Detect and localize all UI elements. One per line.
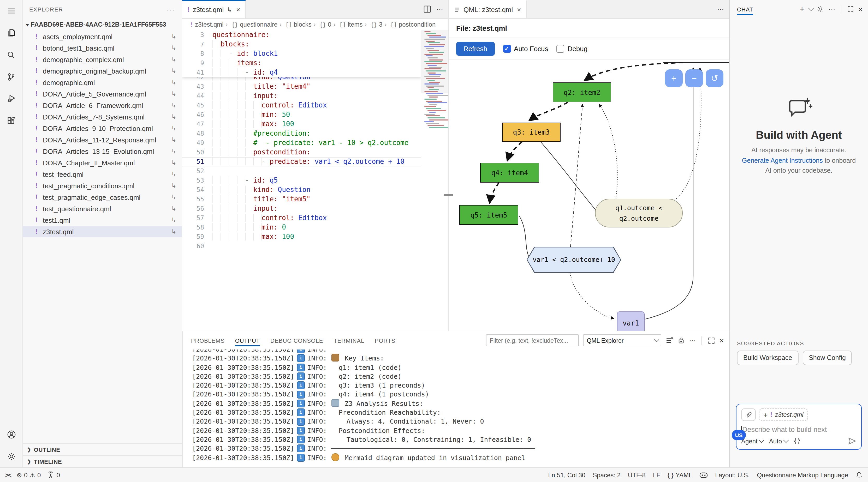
goto-arrow-icon[interactable]: ↳	[171, 170, 177, 178]
zoom-in-button[interactable]: +	[665, 69, 683, 87]
panel-tab-output[interactable]: OUTPUT	[235, 331, 260, 350]
code-line[interactable]: 53 - id: q5	[182, 176, 448, 185]
goto-arrow-icon[interactable]: ↳	[171, 44, 177, 52]
file-item[interactable]: !test_feed.qml↳	[23, 168, 182, 180]
chat-close-icon[interactable]: ×	[858, 5, 863, 13]
chat-input-box[interactable]: + ! z3test.qml Describe what to build ne…	[736, 404, 862, 450]
send-icon[interactable]	[848, 437, 857, 446]
file-item[interactable]: !test1.qml↳	[23, 215, 182, 226]
code-line[interactable]: 57 control: Editbox	[182, 213, 448, 223]
output-filter-input[interactable]	[486, 334, 579, 346]
tab-z3test[interactable]: ! z3test.qml ↳ ×	[182, 0, 246, 18]
goto-arrow-icon[interactable]: ↳	[171, 67, 177, 74]
close-panel-icon[interactable]: ×	[719, 336, 724, 345]
zoom-out-button[interactable]: −	[685, 69, 703, 87]
chat-more-icon[interactable]: ···	[828, 5, 835, 13]
diagram-node-cond1[interactable]: q1.outcome <q2.outcome	[595, 199, 683, 227]
panel-tab-ports[interactable]: PORTS	[375, 331, 395, 350]
panel-tab-debug-console[interactable]: DEBUG CONSOLE	[270, 331, 323, 350]
goto-arrow-icon[interactable]: ↳	[171, 217, 177, 224]
lock-scroll-icon[interactable]	[678, 336, 685, 344]
explorer-icon[interactable]	[0, 22, 23, 44]
file-item[interactable]: !DORA_Article_6_Framework.qml↳	[23, 100, 182, 111]
code-line[interactable]: 41 - id: q4	[182, 68, 421, 77]
panel-tab-terminal[interactable]: TERMINAL	[334, 331, 364, 350]
output-log[interactable]: [2026-01-30T20:38:35.150Z]iINFO: [2026-0…	[183, 350, 729, 468]
goto-arrow-icon[interactable]: ↳	[171, 148, 177, 155]
account-icon[interactable]	[0, 424, 23, 446]
file-item[interactable]: !test_pragmatic_edge_cases.qml↳	[23, 191, 182, 203]
goto-arrow-icon[interactable]: ↳	[171, 79, 177, 86]
chat-settings-gear-icon[interactable]	[816, 5, 824, 13]
close-tab-icon[interactable]: ×	[236, 6, 240, 13]
code-line[interactable]: 58 min: 0	[182, 223, 448, 232]
indentation[interactable]: Spaces: 2	[593, 471, 621, 479]
diagram-node-q5[interactable]: q5: item5	[459, 205, 518, 225]
code-line[interactable]: 48 #precondition:	[182, 129, 448, 138]
code-line[interactable]: 56 input:	[182, 204, 448, 213]
remote-indicator[interactable]: ><	[5, 471, 10, 479]
explorer-more-icon[interactable]: ···	[166, 5, 175, 13]
goto-arrow-icon[interactable]: ↳	[171, 205, 177, 212]
attach-button[interactable]	[741, 409, 756, 421]
code-line[interactable]: 8 - id: block1	[182, 49, 421, 58]
code-line[interactable]: 55 title: "item5"	[182, 195, 448, 204]
chevron-down-icon[interactable]	[808, 6, 814, 11]
diagram-node-cond2[interactable]: var1 < q2.outcome+ 10	[527, 247, 621, 273]
goto-arrow-icon[interactable]: ↳	[171, 33, 177, 40]
code-line[interactable]: 52	[182, 166, 448, 176]
source-control-icon[interactable]	[0, 66, 23, 88]
file-item[interactable]: !DORA_Articles_9-10_Protection.qml↳	[23, 123, 182, 134]
chat-maximize-icon[interactable]	[847, 6, 854, 12]
file-item[interactable]: !DORA_Articles_13-15_Evolution.qml↳	[23, 146, 182, 157]
tab-chat[interactable]: CHAT	[737, 0, 753, 18]
file-item[interactable]: !demographic.qml↳	[23, 77, 182, 88]
file-item[interactable]: !test_pragmatic_conditions.qml↳	[23, 180, 182, 191]
diagram-node-q2[interactable]: q2: item2	[553, 83, 611, 102]
cursor-position[interactable]: Ln 51, Col 30	[548, 471, 585, 479]
goto-arrow-icon[interactable]: ↳	[171, 182, 177, 189]
debug-checkbox[interactable]: Debug	[557, 44, 588, 53]
code-line[interactable]: 45 control: Editbox	[182, 101, 448, 110]
extensions-icon[interactable]	[0, 109, 23, 131]
code-line[interactable]: 44 input:	[182, 91, 448, 101]
breadcrumb[interactable]: !z3test.qml›{}questionnaire›[]blocks›{}0…	[182, 19, 448, 30]
workspace-root[interactable]: ▾ FAABD69E-ABEB-4AAC-912B-1EA1FF65F553	[23, 18, 182, 31]
breadcrumb-item[interactable]: items	[348, 21, 363, 28]
generate-instructions-link[interactable]: Generate Agent Instructions	[742, 157, 823, 164]
run-debug-icon[interactable]	[0, 88, 23, 109]
code-line[interactable]: 51 - predicate: var1 < q2.outcome + 10	[182, 157, 448, 166]
file-item[interactable]: !demographic_complex.qml↳	[23, 54, 182, 65]
breadcrumb-item[interactable]: 3	[379, 21, 382, 28]
file-item[interactable]: !DORA_Articles_7-8_Systems.qml↳	[23, 111, 182, 123]
bell-icon[interactable]	[856, 471, 863, 479]
zoom-reset-button[interactable]: ↺	[706, 69, 723, 87]
code-line[interactable]: 60	[182, 242, 448, 251]
file-item[interactable]: !test_questionnaire.qml↳	[23, 203, 182, 215]
copilot-icon[interactable]	[700, 472, 708, 478]
code-line[interactable]: 49 # - predicate: var1 - 10 > q2.outcome	[182, 138, 448, 148]
menu-icon[interactable]	[0, 0, 23, 22]
outline-section[interactable]: ❯OUTLINE	[23, 443, 182, 455]
language-mode[interactable]: { }YAML	[668, 471, 692, 479]
show-config-button[interactable]: Show Config	[803, 351, 852, 365]
output-channel-select[interactable]: QML Explorer	[583, 334, 661, 346]
model-dropdown[interactable]: Auto	[769, 438, 787, 445]
file-item[interactable]: !asets_employment.qml↳	[23, 31, 182, 42]
code-line[interactable]: 7 blocks:	[182, 40, 421, 49]
ports-status[interactable]: 0	[47, 471, 60, 479]
problems-status[interactable]: ⊗0 ⚠0	[17, 471, 41, 479]
breadcrumb-item[interactable]: 0	[328, 21, 331, 28]
refresh-button[interactable]: Refresh	[456, 41, 495, 56]
sticky-scroll[interactable]: 3questionnaire:7 blocks:8 - id: block19 …	[182, 30, 421, 77]
goto-arrow-icon[interactable]: ↳	[171, 113, 177, 121]
build-workspace-button[interactable]: Build Workspace	[737, 351, 798, 365]
code-line[interactable]: 50 postcondition:	[182, 148, 448, 157]
file-item[interactable]: !DORA_Articles_11-12_Response.qml↳	[23, 134, 182, 146]
goto-arrow-icon[interactable]: ↳	[171, 56, 177, 63]
encoding[interactable]: UTF-8	[628, 471, 646, 479]
tab-qml-z3test[interactable]: QML: z3test.qml ×	[449, 0, 527, 18]
file-item[interactable]: !demographic_original_backup.qml↳	[23, 65, 182, 77]
goto-arrow-icon[interactable]: ↳	[171, 102, 177, 109]
timeline-section[interactable]: ❯TIMELINE	[23, 455, 182, 468]
